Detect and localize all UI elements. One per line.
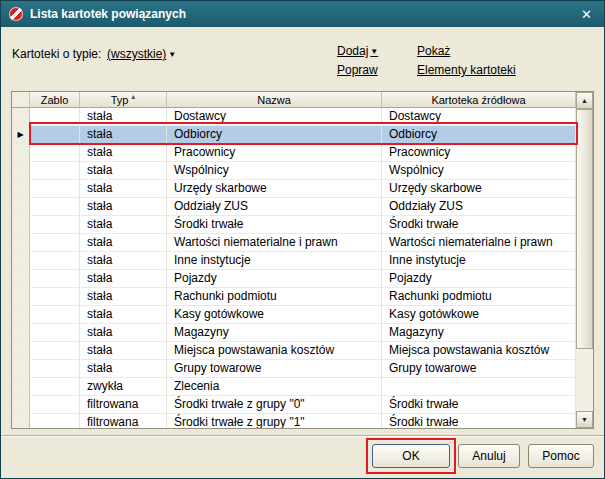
grid-rows: stała Dostawcy Dostawcy ▶ stała Odbiorcy… [12, 108, 576, 428]
row-marker [12, 342, 30, 360]
cell-kartoteka-zrodlowa: Magazyny [382, 324, 576, 342]
table-row[interactable]: stała Wartości niematerialne i prawn War… [12, 234, 576, 252]
cell-typ: stała [80, 270, 167, 288]
cell-nazwa: Grupy towarowe [167, 360, 382, 378]
table-row[interactable]: ▶ stała Odbiorcy Odbiorcy [12, 126, 576, 144]
kartoteki-grid: Zablo Typ▴ Nazwa Kartoteka źródłowa stał… [11, 91, 594, 429]
cell-typ: stała [80, 126, 167, 144]
table-row[interactable]: stała Pojazdy Pojazdy [12, 270, 576, 288]
vertical-scrollbar[interactable]: ▲ ▼ [576, 92, 593, 428]
table-row[interactable]: stała Środki trwałe Środki trwałe [12, 216, 576, 234]
header-typ[interactable]: Typ▴ [80, 92, 167, 108]
cell-nazwa: Pojazdy [167, 270, 382, 288]
grid-header: Zablo Typ▴ Nazwa Kartoteka źródłowa [12, 92, 576, 108]
cell-zablokowana [30, 108, 80, 126]
cell-zablokowana [30, 306, 80, 324]
row-marker [12, 324, 30, 342]
cell-nazwa: Oddziały ZUS [167, 198, 382, 216]
row-marker [12, 144, 30, 162]
cell-typ: stała [80, 360, 167, 378]
row-marker [12, 270, 30, 288]
chevron-down-icon: ▼ [370, 47, 378, 56]
table-row[interactable]: stała Kasy gotówkowe Kasy gotówkowe [12, 306, 576, 324]
table-row[interactable]: stała Grupy towarowe Grupy towarowe [12, 360, 576, 378]
cell-nazwa: Magazyny [167, 324, 382, 342]
cell-kartoteka-zrodlowa: Wartości niematerialne i prawn [382, 234, 576, 252]
cell-zablokowana [30, 144, 80, 162]
type-filter-dropdown[interactable]: (wszystkie)▼ [107, 47, 176, 61]
link-pokaz[interactable]: Pokaż [417, 44, 516, 58]
cell-kartoteka-zrodlowa: Odbiorcy [382, 126, 576, 144]
table-row[interactable]: stała Dostawcy Dostawcy [12, 108, 576, 126]
help-button[interactable]: Pomoc [528, 444, 594, 468]
scroll-up-icon[interactable]: ▲ [576, 92, 593, 109]
cell-nazwa: Środki trwałe z grupy "0" [167, 396, 382, 414]
cell-typ: stała [80, 108, 167, 126]
cell-typ: filtrowana [80, 414, 167, 428]
row-marker [12, 198, 30, 216]
table-row[interactable]: stała Pracownicy Pracownicy [12, 144, 576, 162]
cell-typ: stała [80, 162, 167, 180]
action-links: Dodaj▼ Pokaż Popraw Elementy kartoteki [337, 44, 516, 77]
ok-button[interactable]: OK [372, 444, 450, 468]
row-marker [12, 234, 30, 252]
table-row[interactable]: stała Inne instytucje Inne instytucje [12, 252, 576, 270]
cell-nazwa: Zlecenia [167, 378, 382, 396]
cell-kartoteka-zrodlowa: Wspólnicy [382, 162, 576, 180]
cell-typ: filtrowana [80, 396, 167, 414]
table-row[interactable]: filtrowana Środki trwałe z grupy "0" Śro… [12, 396, 576, 414]
cell-typ: stała [80, 342, 167, 360]
separator [1, 435, 604, 437]
cell-zablokowana [30, 126, 80, 144]
header-label: Kartoteka źródłowa [431, 94, 525, 106]
cell-zablokowana [30, 162, 80, 180]
cell-kartoteka-zrodlowa: Pracownicy [382, 144, 576, 162]
type-filter-value: (wszystkie) [107, 47, 166, 61]
cell-typ: stała [80, 288, 167, 306]
cell-typ: stała [80, 234, 167, 252]
table-row[interactable]: stała Miejsca powstawania kosztów Miejsc… [12, 342, 576, 360]
cell-zablokowana [30, 180, 80, 198]
sort-asc-icon: ▴ [131, 92, 135, 101]
table-row[interactable]: zwykła Zlecenia [12, 378, 576, 396]
cell-nazwa: Środki trwałe z grupy "1" [167, 414, 382, 428]
scrollbar-thumb[interactable] [576, 109, 593, 349]
cell-zablokowana [30, 360, 80, 378]
cell-kartoteka-zrodlowa: Pojazdy [382, 270, 576, 288]
cell-nazwa: Urzędy skarbowe [167, 180, 382, 198]
table-row[interactable]: stała Urzędy skarbowe Urzędy skarbowe [12, 180, 576, 198]
header-zablokowana[interactable]: Zablo [30, 92, 80, 108]
cell-typ: stała [80, 198, 167, 216]
table-row[interactable]: stała Rachunki podmiotu Rachunki podmiot… [12, 288, 576, 306]
row-marker [12, 162, 30, 180]
cancel-button[interactable]: Anuluj [458, 444, 520, 468]
table-row[interactable]: stała Oddziały ZUS Oddziały ZUS [12, 198, 576, 216]
cell-zablokowana [30, 270, 80, 288]
cell-kartoteka-zrodlowa: Kasy gotówkowe [382, 306, 576, 324]
cell-zablokowana [30, 414, 80, 428]
cell-zablokowana [30, 396, 80, 414]
table-row[interactable]: filtrowana Środki trwałe z grupy "1" Śro… [12, 414, 576, 428]
cell-typ: stała [80, 216, 167, 234]
close-icon[interactable]: ✕ [577, 6, 596, 23]
cell-nazwa: Wspólnicy [167, 162, 382, 180]
link-popraw[interactable]: Popraw [337, 63, 417, 77]
header-label: Typ [111, 94, 129, 106]
cell-kartoteka-zrodlowa: Środki trwałe [382, 414, 576, 428]
cell-nazwa: Kasy gotówkowe [167, 306, 382, 324]
scroll-down-icon[interactable]: ▼ [576, 411, 593, 428]
cell-zablokowana [30, 216, 80, 234]
window-title: Lista kartotek powiązanych [30, 7, 577, 21]
link-dodaj[interactable]: Dodaj▼ [337, 44, 417, 58]
table-row[interactable]: stała Wspólnicy Wspólnicy [12, 162, 576, 180]
cell-kartoteka-zrodlowa: Rachunki podmiotu [382, 288, 576, 306]
header-nazwa[interactable]: Nazwa [167, 92, 382, 108]
cell-typ: zwykła [80, 378, 167, 396]
table-row[interactable]: stała Magazyny Magazyny [12, 324, 576, 342]
titlebar[interactable]: Lista kartotek powiązanych ✕ [1, 1, 604, 27]
header-label: Zablo [41, 94, 69, 106]
cell-zablokowana [30, 252, 80, 270]
link-elementy-kartoteki[interactable]: Elementy kartoteki [417, 63, 516, 77]
row-marker [12, 414, 30, 428]
header-kartoteka-zrodlowa[interactable]: Kartoteka źródłowa [382, 92, 576, 108]
